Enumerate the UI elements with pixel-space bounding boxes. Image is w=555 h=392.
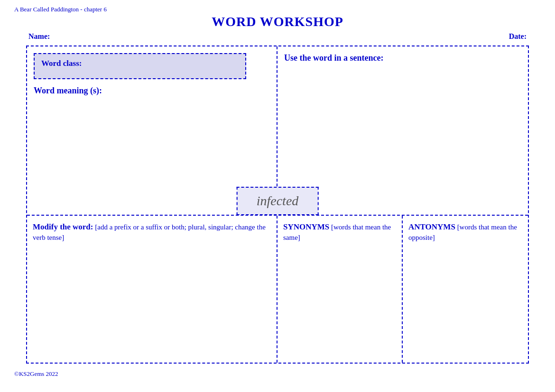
name-date-row: Name: Date: [0,32,555,41]
modify-label: Modify the word: [add a prefix or a suff… [33,221,271,243]
word-class-box[interactable]: Word class: [34,53,246,79]
page-header-small: A Bear Called Paddington - chapter 6 [0,0,555,13]
bottom-col-modify: Modify the word: [add a prefix or a suff… [27,216,278,363]
word-center-container: infected [237,186,319,215]
page-title: WORD WORKSHOP [0,14,555,29]
antonyms-label: ANTONYMS [words that mean the opposite] [408,221,522,243]
top-section: Word class: Word meaning (s): Use the wo… [27,46,528,216]
word-meaning-label: Word meaning (s): [34,86,270,96]
name-label: Name: [28,32,50,41]
use-in-sentence-label: Use the word in a sentence: [284,53,521,63]
date-label: Date: [509,32,527,41]
center-word-box: infected [237,187,319,215]
bottom-section: Modify the word: [add a prefix or a suff… [27,216,528,363]
bottom-col-synonyms: SYNONYMS [words that mean the same] [278,216,403,363]
bottom-col-antonyms: ANTONYMS [words that mean the opposite] [403,216,528,363]
synonyms-label: SYNONYMS [words that mean the same] [283,221,396,243]
footer: ©KS2Gems 2022 [0,367,555,381]
main-grid: Word class: Word meaning (s): Use the wo… [26,46,529,364]
